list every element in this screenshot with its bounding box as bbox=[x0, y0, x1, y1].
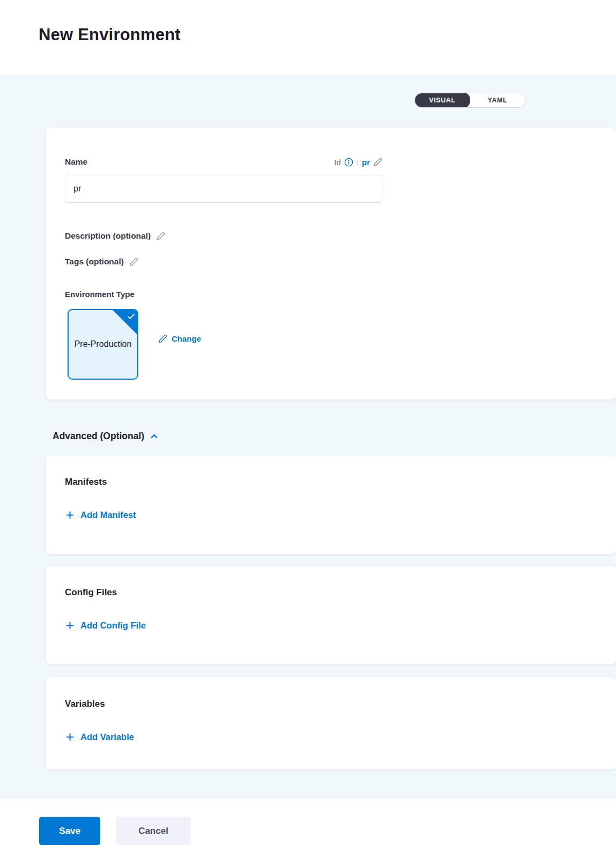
add-manifest-button[interactable]: Add Manifest bbox=[65, 510, 136, 520]
variables-title: Variables bbox=[65, 699, 616, 709]
info-icon[interactable] bbox=[344, 158, 353, 167]
edit-id-icon[interactable] bbox=[373, 158, 382, 167]
manifests-title: Manifests bbox=[65, 477, 616, 487]
manifests-card: Manifests Add Manifest bbox=[46, 455, 616, 554]
chevron-up-icon bbox=[149, 431, 159, 441]
change-environment-type-link[interactable]: Change bbox=[158, 334, 201, 343]
name-input[interactable] bbox=[65, 175, 382, 203]
variables-card: Variables Add Variable bbox=[46, 677, 616, 770]
tags-row: Tags (optional) bbox=[65, 255, 616, 268]
cancel-button[interactable]: Cancel bbox=[116, 817, 191, 845]
add-manifest-label: Add Manifest bbox=[80, 510, 136, 520]
id-label: Id bbox=[334, 158, 341, 167]
edit-change-icon bbox=[158, 334, 167, 343]
tags-label: Tags (optional) bbox=[65, 257, 124, 267]
description-row: Description (optional) bbox=[65, 230, 616, 242]
edit-description-icon[interactable] bbox=[156, 232, 165, 241]
plus-icon bbox=[65, 510, 75, 520]
id-group: Id : pr bbox=[334, 158, 382, 167]
advanced-section-toggle[interactable]: Advanced (Optional) bbox=[53, 430, 616, 442]
environment-type-row: Pre-Production Change bbox=[65, 309, 616, 380]
plus-icon bbox=[65, 620, 75, 631]
change-label: Change bbox=[172, 334, 201, 343]
environment-type-card-preproduction[interactable]: Pre-Production bbox=[68, 309, 138, 380]
id-value: pr bbox=[362, 158, 370, 167]
add-config-file-label: Add Config File bbox=[80, 620, 146, 631]
add-variable-button[interactable]: Add Variable bbox=[65, 732, 134, 742]
toggle-option-visual[interactable]: VISUAL bbox=[414, 93, 470, 108]
check-icon bbox=[127, 313, 135, 321]
footer-actions: Save Cancel bbox=[39, 817, 616, 845]
form-panel: VISUAL YAML Name Id : pr bbox=[0, 75, 616, 799]
environment-form-card: Name Id : pr bbox=[46, 128, 616, 400]
description-label: Description (optional) bbox=[65, 231, 151, 241]
advanced-label: Advanced (Optional) bbox=[53, 431, 144, 442]
config-files-title: Config Files bbox=[65, 587, 616, 598]
environment-type-label: Environment Type bbox=[65, 290, 616, 299]
id-separator: : bbox=[357, 158, 359, 167]
toggle-option-yaml[interactable]: YAML bbox=[470, 93, 525, 108]
page-title: New Environment bbox=[0, 0, 616, 45]
mode-toggle-row: VISUAL YAML bbox=[0, 75, 616, 108]
add-config-file-button[interactable]: Add Config File bbox=[65, 620, 146, 631]
save-button[interactable]: Save bbox=[39, 817, 100, 845]
page-header: New Environment bbox=[0, 0, 616, 75]
add-variable-label: Add Variable bbox=[80, 732, 134, 742]
config-files-card: Config Files Add Config File bbox=[46, 566, 616, 664]
edit-tags-icon[interactable] bbox=[129, 257, 138, 267]
environment-type-value: Pre-Production bbox=[75, 338, 132, 351]
name-label: Name bbox=[65, 157, 87, 167]
name-id-row: Name Id : pr bbox=[65, 156, 382, 168]
visual-yaml-toggle: VISUAL YAML bbox=[414, 93, 526, 108]
plus-icon bbox=[65, 732, 75, 742]
